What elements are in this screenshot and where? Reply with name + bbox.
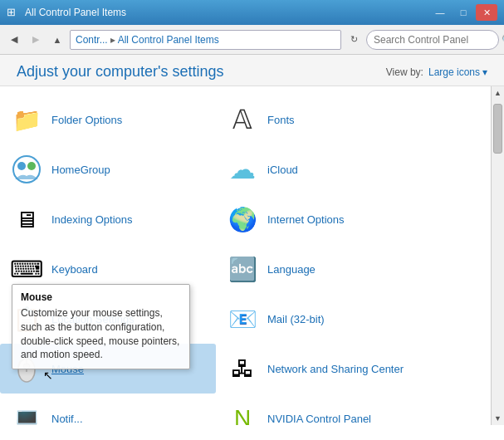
forward-button[interactable]: ▶ bbox=[27, 31, 45, 49]
items-grid: 📁 Folder Options 𝔸 Fonts HomeG bbox=[0, 86, 491, 425]
internet-options-icon: 🌍 bbox=[226, 203, 259, 236]
network-sharing-label: Network and Sharing Center bbox=[267, 363, 404, 375]
indexing-options-icon: 🖥 bbox=[10, 203, 43, 236]
path-arrow-1: ▸ bbox=[110, 34, 115, 46]
keyboard-icon: ⌨ bbox=[10, 252, 43, 286]
list-item[interactable]: N NVIDIA Control Panel bbox=[216, 394, 432, 425]
grid-row: 💻 Notif... N NVIDIA Control Panel bbox=[0, 394, 491, 425]
icloud-label: iCloud bbox=[267, 164, 298, 176]
address-path[interactable]: Contr... ▸ All Control Panel Items bbox=[70, 30, 341, 50]
svg-point-2 bbox=[27, 162, 36, 170]
fonts-icon: 𝔸 bbox=[226, 103, 259, 136]
page-title: Adjust your computer's settings bbox=[17, 63, 224, 81]
content-header: Adjust your computer's settings View by:… bbox=[0, 55, 504, 86]
tooltip: Mouse Customize your mouse settings, suc… bbox=[12, 284, 190, 369]
scroll-thumb[interactable] bbox=[493, 104, 502, 154]
tooltip-title: Mouse bbox=[21, 291, 181, 303]
homegroup-label: HomeGroup bbox=[51, 164, 110, 176]
icloud-icon: ☁ bbox=[226, 153, 259, 186]
tooltip-description: Customize your mouse settings, such as t… bbox=[21, 306, 181, 362]
path-segment-1: Contr... bbox=[76, 34, 108, 46]
title-bar-left: ⊞ All Control Panel Items bbox=[7, 6, 126, 19]
title-bar-buttons: — □ ✕ bbox=[429, 4, 497, 21]
view-by-label: View by: bbox=[386, 66, 423, 78]
scroll-track[interactable] bbox=[492, 100, 504, 412]
chevron-down-icon: ▾ bbox=[482, 66, 487, 78]
language-icon: 🔤 bbox=[226, 252, 259, 286]
close-button[interactable]: ✕ bbox=[476, 4, 497, 21]
notifications-label: Notif... bbox=[51, 413, 83, 425]
list-item[interactable]: 💻 Notif... bbox=[0, 394, 216, 425]
title-bar: ⊞ All Control Panel Items — □ ✕ bbox=[0, 0, 504, 25]
keyboard-label: Keyboard bbox=[51, 263, 98, 276]
fonts-label: Fonts bbox=[267, 114, 295, 126]
scrollbar[interactable]: ▲ ▼ bbox=[491, 86, 504, 425]
window-title: All Control Panel Items bbox=[25, 7, 126, 18]
path-segment-2: All Control Panel Items bbox=[118, 34, 219, 46]
internet-options-label: Internet Options bbox=[267, 213, 345, 226]
folder-options-label: Folder Options bbox=[51, 114, 122, 126]
list-item[interactable]: 𝔸 Fonts bbox=[216, 95, 432, 144]
list-item[interactable]: HomeGroup bbox=[0, 144, 216, 194]
mail-icon: 📧 bbox=[226, 302, 259, 335]
address-bar: ◀ ▶ ▲ Contr... ▸ All Control Panel Items… bbox=[0, 25, 504, 55]
folder-options-icon: 📁 bbox=[10, 103, 43, 136]
network-sharing-icon: 🖧 bbox=[226, 352, 259, 385]
grid-row: 🖥 Indexing Options 🌍 Internet Options bbox=[0, 194, 491, 244]
notifications-icon: 💻 bbox=[10, 402, 43, 425]
indexing-options-label: Indexing Options bbox=[51, 213, 133, 226]
homegroup-icon bbox=[10, 153, 43, 186]
nvidia-label: NVIDIA Control Panel bbox=[267, 413, 371, 425]
search-input[interactable] bbox=[374, 34, 498, 46]
list-item[interactable]: 🌍 Internet Options bbox=[216, 194, 432, 244]
list-item[interactable]: 📁 Folder Options bbox=[0, 95, 216, 144]
list-item[interactable]: 📧 Mail (32-bit) bbox=[216, 294, 432, 344]
back-button[interactable]: ◀ bbox=[5, 31, 23, 49]
view-by: View by: Large icons ▾ bbox=[386, 66, 487, 78]
list-item[interactable]: 🔤 Language bbox=[216, 244, 432, 294]
refresh-button[interactable]: ↻ bbox=[345, 31, 363, 49]
app-icon: ⊞ bbox=[7, 6, 20, 19]
list-item[interactable]: ☁ iCloud bbox=[216, 144, 432, 194]
nvidia-icon: N bbox=[226, 402, 259, 425]
view-by-value: Large icons bbox=[428, 66, 480, 78]
scroll-up-button[interactable]: ▲ bbox=[492, 86, 505, 100]
up-button[interactable]: ▲ bbox=[48, 31, 66, 49]
list-item[interactable]: 🖥 Indexing Options bbox=[0, 194, 216, 244]
view-by-selector[interactable]: Large icons ▾ bbox=[428, 66, 487, 78]
list-item[interactable]: 🖧 Network and Sharing Center bbox=[216, 344, 432, 394]
mail-label: Mail (32-bit) bbox=[267, 313, 325, 325]
svg-point-1 bbox=[17, 162, 26, 170]
language-label: Language bbox=[267, 263, 316, 276]
grid-row: 📁 Folder Options 𝔸 Fonts bbox=[0, 95, 491, 144]
maximize-button[interactable]: □ bbox=[453, 4, 474, 21]
search-box[interactable]: 🔍 bbox=[366, 30, 499, 50]
grid-row: HomeGroup ☁ iCloud bbox=[0, 144, 491, 194]
minimize-button[interactable]: — bbox=[429, 4, 451, 21]
scroll-down-button[interactable]: ▼ bbox=[492, 412, 505, 425]
items-container: 📁 Folder Options 𝔸 Fonts HomeG bbox=[0, 86, 504, 425]
